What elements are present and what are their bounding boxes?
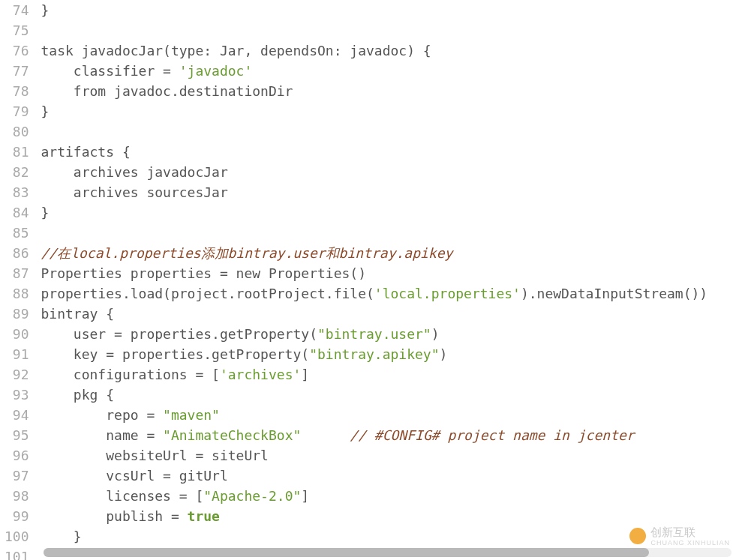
line-number: 79 <box>5 101 29 121</box>
line-number: 78 <box>5 81 29 101</box>
code-token: ).newDataInputStream()) <box>521 286 707 301</box>
line-number: 76 <box>5 40 29 61</box>
code-line[interactable]: classifier = 'javadoc' <box>41 61 736 81</box>
line-number: 101 <box>5 547 29 560</box>
line-number: 77 <box>5 61 29 81</box>
line-number: 98 <box>5 486 29 506</box>
code-line[interactable]: properties.load(project.rootProject.file… <box>41 283 736 304</box>
code-line[interactable]: bintray { <box>41 304 736 324</box>
line-number: 74 <box>5 0 29 20</box>
line-number: 80 <box>5 121 29 142</box>
horizontal-scrollbar-track[interactable] <box>44 548 731 557</box>
code-line[interactable]: archives sourcesJar <box>41 182 736 202</box>
code-line[interactable]: configurations = ['archives'] <box>41 364 736 385</box>
code-line[interactable]: repo = "maven" <box>41 405 736 425</box>
line-number: 91 <box>5 344 29 364</box>
line-number: 96 <box>5 445 29 466</box>
code-token: name = <box>41 427 164 443</box>
code-line[interactable]: licenses = ["Apache-2.0"] <box>41 486 736 506</box>
line-number: 86 <box>5 243 29 263</box>
line-number: 92 <box>5 364 29 385</box>
line-number: 95 <box>5 425 29 445</box>
code-token <box>301 427 350 443</box>
code-token: vcsUrl = gitUrl <box>41 468 228 484</box>
line-number: 87 <box>5 263 29 283</box>
line-number: 82 <box>5 162 29 182</box>
code-token: } <box>41 529 82 544</box>
code-token: ) <box>431 326 440 342</box>
code-token: } <box>41 205 50 220</box>
code-token: "bintray.user" <box>317 326 431 342</box>
code-line[interactable]: vcsUrl = gitUrl <box>41 466 736 486</box>
code-token: Properties properties = new Properties() <box>41 265 366 281</box>
code-token: archives javadocJar <box>41 164 228 180</box>
code-line[interactable] <box>41 20 736 40</box>
code-line[interactable]: task javadocJar(type: Jar, dependsOn: ja… <box>41 40 736 61</box>
code-token: "Apache-2.0" <box>203 488 301 504</box>
line-number: 99 <box>5 506 29 526</box>
code-token: publish = <box>41 508 188 524</box>
code-token: repo = <box>41 407 164 423</box>
code-line[interactable]: } <box>41 526 736 547</box>
code-area[interactable]: }task javadocJar(type: Jar, dependsOn: j… <box>37 0 736 560</box>
code-token: ) <box>440 346 448 362</box>
code-line[interactable]: Properties properties = new Properties() <box>41 263 736 283</box>
code-token: key = properties.getProperty( <box>41 346 310 362</box>
code-line[interactable]: publish = true <box>41 506 736 526</box>
line-number: 89 <box>5 304 29 324</box>
code-token: } <box>41 103 50 119</box>
code-token: from javadoc.destinationDir <box>41 83 293 99</box>
line-number-gutter: 7475767778798081828384858687888990919293… <box>0 0 37 560</box>
code-line[interactable]: } <box>41 101 736 121</box>
line-number: 81 <box>5 142 29 162</box>
code-line[interactable] <box>41 223 736 243</box>
code-token: // #CONFIG# project name in jcenter <box>350 427 634 443</box>
code-line[interactable]: archives javadocJar <box>41 162 736 182</box>
code-token: ] <box>301 367 309 382</box>
code-token: licenses = [ <box>41 488 204 504</box>
code-token: 'archives' <box>220 367 301 382</box>
code-token: //在local.properties添加bintray.user和bintra… <box>41 245 453 261</box>
code-token: 'javadoc' <box>179 63 253 79</box>
code-token: websiteUrl = siteUrl <box>41 448 269 463</box>
line-number: 84 <box>5 202 29 223</box>
line-number: 75 <box>5 20 29 40</box>
code-token: artifacts { <box>41 144 131 160</box>
code-line[interactable]: } <box>41 202 736 223</box>
code-token: } <box>41 2 50 18</box>
code-token: classifier = <box>41 63 179 79</box>
code-line[interactable]: } <box>41 0 736 20</box>
code-line[interactable]: artifacts { <box>41 142 736 162</box>
line-number: 97 <box>5 466 29 486</box>
code-token: archives sourcesJar <box>41 184 228 200</box>
code-token: user = properties.getProperty( <box>41 326 317 342</box>
code-token: true <box>188 508 220 524</box>
code-line[interactable]: //在local.properties添加bintray.user和bintra… <box>41 243 736 263</box>
code-line[interactable]: key = properties.getProperty("bintray.ap… <box>41 344 736 364</box>
code-token: bintray { <box>41 306 115 322</box>
code-token: "AnimateCheckBox" <box>163 427 301 443</box>
code-line[interactable] <box>41 121 736 142</box>
code-line[interactable]: user = properties.getProperty("bintray.u… <box>41 324 736 344</box>
code-token: "maven" <box>163 407 220 423</box>
code-line[interactable]: from javadoc.destinationDir <box>41 81 736 101</box>
code-token: 'local.properties' <box>374 286 521 301</box>
code-line[interactable]: websiteUrl = siteUrl <box>41 445 736 466</box>
code-editor: 7475767778798081828384858687888990919293… <box>0 0 736 560</box>
code-token: pkg { <box>41 387 115 403</box>
line-number: 90 <box>5 324 29 344</box>
code-token: ] <box>301 488 309 504</box>
horizontal-scrollbar-thumb[interactable] <box>44 548 649 557</box>
code-token: configurations = [ <box>41 367 220 382</box>
code-token: "bintray.apikey" <box>309 346 439 362</box>
line-number: 94 <box>5 405 29 425</box>
line-number: 88 <box>5 283 29 304</box>
line-number: 100 <box>5 526 29 547</box>
code-token: task javadocJar(type: Jar, dependsOn: ja… <box>41 43 431 58</box>
line-number: 85 <box>5 223 29 243</box>
code-line[interactable]: pkg { <box>41 385 736 405</box>
line-number: 93 <box>5 385 29 405</box>
code-token: properties.load(project.rootProject.file… <box>41 286 374 301</box>
code-line[interactable]: name = "AnimateCheckBox" // #CONFIG# pro… <box>41 425 736 445</box>
line-number: 83 <box>5 182 29 202</box>
